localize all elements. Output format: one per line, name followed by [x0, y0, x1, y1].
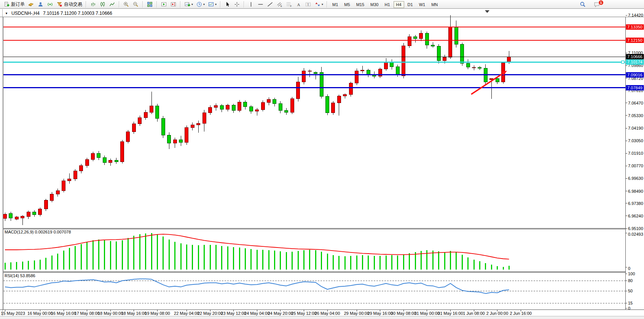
periods-menu-button[interactable]: ▾ — [194, 0, 206, 8]
horizontal-line-icon — [257, 1, 264, 7]
candle-body — [461, 44, 464, 63]
period-button-m5[interactable]: M5 — [341, 1, 352, 8]
market-watch-button[interactable] — [26, 0, 36, 8]
trendline-tool-button[interactable] — [265, 0, 275, 8]
toolbar-separator — [156, 1, 157, 8]
period-button-m15[interactable]: M15 — [354, 1, 367, 8]
time-tick-label: 26 May 04:00 — [315, 311, 340, 316]
period-button-mn[interactable]: MN — [429, 1, 440, 8]
symbol-dropdown-icon[interactable]: ▼ — [5, 12, 8, 15]
bar-chart-mode-button[interactable] — [88, 0, 98, 8]
time-tick-label: 31 May 16:00 — [438, 311, 463, 316]
candle-body — [437, 46, 440, 61]
candle-body — [261, 103, 265, 110]
auto-scroll-button[interactable] — [159, 0, 169, 8]
candle-body — [296, 82, 300, 98]
time-tick-label: 17 May 08:00 — [74, 311, 100, 316]
notifications-button[interactable]: 1 — [592, 1, 601, 8]
level-line-handle[interactable] — [622, 61, 624, 63]
candle-body — [414, 37, 417, 39]
period-button-h1[interactable]: H1 — [382, 1, 392, 8]
toolbar-separator — [327, 1, 327, 8]
price-tag-7.12150: 7.12150 — [626, 38, 644, 43]
period-button-m30[interactable]: M30 — [368, 1, 381, 8]
candle-body — [343, 95, 347, 96]
line-chart-mode-button[interactable] — [107, 0, 117, 8]
time-tick-label: 24 May 20:00 — [268, 311, 293, 316]
cursor-icon — [224, 1, 231, 7]
fibonacci-tool-button[interactable]: F — [284, 0, 294, 8]
candle-body — [249, 107, 253, 111]
candlestick-mode-button[interactable] — [98, 0, 107, 8]
candle-body — [209, 108, 212, 113]
period-button-m1[interactable]: M1 — [330, 1, 341, 8]
chevron-down-icon: ▾ — [322, 3, 323, 6]
horizontal-line-tool-button[interactable] — [256, 0, 265, 8]
svg-text:T: T — [307, 3, 309, 6]
zoom-in-button[interactable] — [121, 0, 131, 8]
candle-body — [326, 97, 329, 113]
candle-body — [279, 104, 282, 111]
candle-body — [9, 214, 13, 218]
chevron-down-icon: ▾ — [191, 3, 193, 6]
price-tick-label: 6.97380 — [628, 201, 643, 206]
crosshair-tool-button[interactable] — [232, 0, 242, 8]
svg-text:E: E — [281, 5, 282, 7]
new-order-icon — [3, 1, 10, 7]
chart-area[interactable]: 7.144207.110007.098607.087207.076107.064… — [0, 0, 644, 319]
person-monitor-icon — [37, 1, 44, 7]
candle-body — [132, 124, 135, 132]
candle-body — [390, 62, 394, 67]
price-tick-label: 7.06470 — [628, 101, 643, 105]
time-tick-label: 25 May 12:00 — [291, 311, 317, 316]
price-tick-label: 6.96240 — [628, 214, 643, 218]
bar-chart-icon — [90, 1, 96, 7]
price-tag-7.10666: 7.10666 — [626, 54, 644, 59]
toolbar-separator — [220, 1, 221, 8]
svg-text:F: F — [290, 5, 292, 7]
time-tick-label: 16 May 00:00 — [27, 311, 53, 316]
candle-body — [68, 179, 71, 181]
toolbar-separator — [244, 1, 244, 8]
time-tick-label: 18 May 16:00 — [121, 311, 147, 316]
candle-body — [290, 99, 294, 113]
channel-tool-button[interactable]: E — [275, 0, 284, 8]
price-tick-label: 6.98490 — [628, 189, 643, 194]
indicators-button[interactable]: ▾ — [183, 0, 194, 8]
price-tag-7.13350: 7.13350 — [626, 24, 644, 30]
new-order-label: 新订单 — [11, 1, 25, 8]
data-window-button[interactable] — [36, 0, 45, 8]
arrows-tool-button[interactable]: ▾ — [313, 0, 325, 8]
template-icon — [208, 1, 214, 7]
new-order-button[interactable]: 新订单 — [2, 0, 26, 8]
time-tick-label: 29 May 16:00 — [367, 311, 393, 316]
zoom-in-icon — [123, 1, 129, 7]
time-tick-label: 29 May 00:00 — [344, 311, 370, 316]
period-button-w1[interactable]: W1 — [416, 1, 428, 8]
text-tool-button[interactable]: A — [294, 0, 303, 8]
arrow-shapes-icon — [314, 1, 321, 7]
templates-button[interactable]: ▾ — [206, 0, 218, 8]
clock-icon — [196, 1, 202, 7]
tile-windows-button[interactable] — [145, 0, 155, 8]
signal-button[interactable] — [45, 0, 55, 8]
candle-body — [408, 37, 411, 46]
autotrade-button[interactable]: 自动交易 — [55, 0, 84, 8]
candle-body — [232, 105, 235, 110]
cursor-tool-button[interactable] — [223, 0, 232, 8]
search-button[interactable] — [578, 1, 587, 8]
candle-body — [156, 106, 159, 119]
candle-body — [238, 102, 241, 110]
svg-text:7.12150: 7.12150 — [627, 38, 642, 43]
period-button-h4[interactable]: H4 — [394, 1, 404, 8]
chart-shift-button[interactable] — [169, 0, 178, 8]
period-button-d1[interactable]: D1 — [405, 1, 416, 8]
zoom-out-button[interactable] — [131, 0, 140, 8]
vertical-line-tool-button[interactable] — [246, 0, 256, 8]
time-tick-label: 2 Jun 00:00 — [486, 311, 509, 316]
text-label-tool-button[interactable]: T — [303, 0, 313, 8]
candle-body — [97, 154, 100, 158]
time-tick-label: 16 May 16:00 — [51, 311, 77, 316]
toolbar-right-group: 1 — [578, 0, 601, 9]
svg-text:7.09016: 7.09016 — [627, 73, 642, 77]
